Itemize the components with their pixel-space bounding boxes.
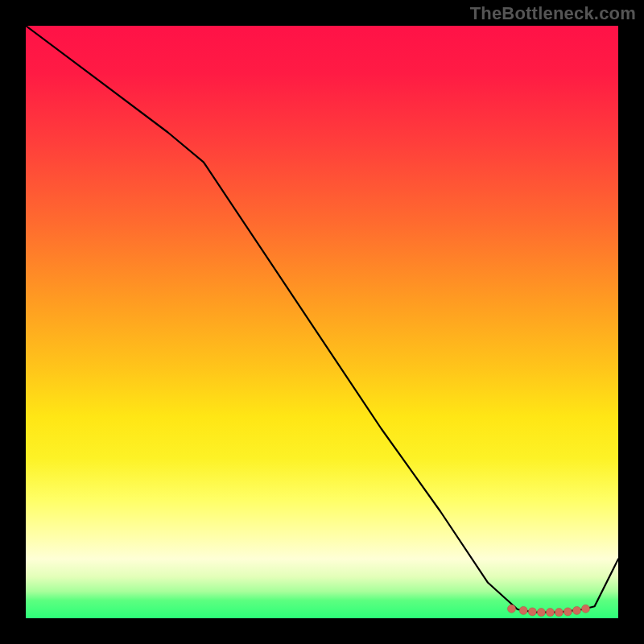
marker-dot: [508, 605, 516, 613]
marker-dot: [555, 609, 563, 617]
plot-area: [26, 26, 618, 618]
marker-dot: [528, 608, 536, 616]
marker-dot: [564, 608, 572, 616]
marker-dot: [546, 609, 554, 617]
marker-dot: [573, 606, 581, 614]
marker-dot: [582, 605, 590, 613]
marker-dot: [519, 606, 527, 614]
watermark-text: TheBottleneck.com: [470, 3, 636, 24]
chart-frame: TheBottleneck.com: [0, 0, 644, 644]
bottleneck-curve: [26, 26, 618, 613]
marker-dot: [537, 609, 545, 617]
marker-group: [508, 605, 590, 616]
chart-svg: [26, 26, 618, 618]
